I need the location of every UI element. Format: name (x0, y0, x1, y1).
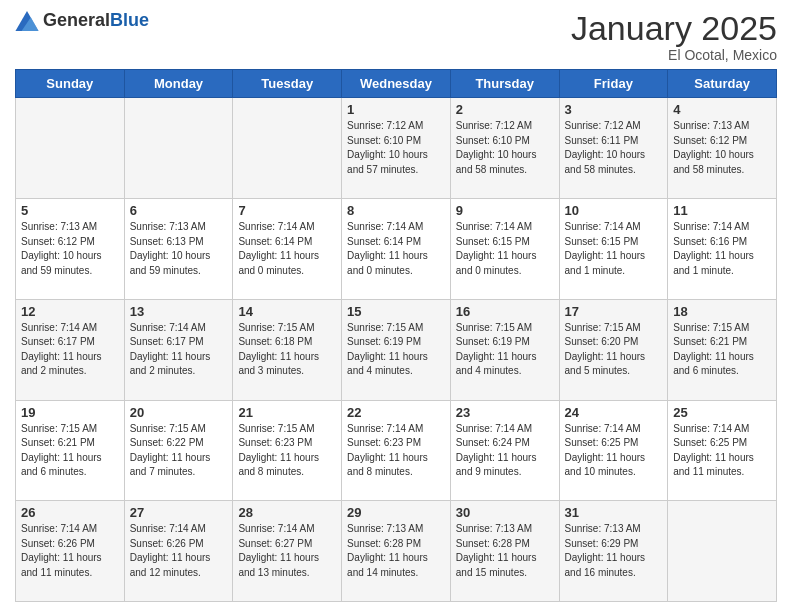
calendar-week-1: 1Sunrise: 7:12 AM Sunset: 6:10 PM Daylig… (16, 98, 777, 199)
day-number: 4 (673, 102, 771, 117)
day-info: Sunrise: 7:14 AM Sunset: 6:27 PM Dayligh… (238, 522, 336, 580)
weekday-header-saturday: Saturday (668, 70, 777, 98)
day-info: Sunrise: 7:14 AM Sunset: 6:14 PM Dayligh… (347, 220, 445, 278)
calendar-cell: 14Sunrise: 7:15 AM Sunset: 6:18 PM Dayli… (233, 299, 342, 400)
day-info: Sunrise: 7:13 AM Sunset: 6:29 PM Dayligh… (565, 522, 663, 580)
day-number: 16 (456, 304, 554, 319)
calendar-cell: 5Sunrise: 7:13 AM Sunset: 6:12 PM Daylig… (16, 199, 125, 300)
header: GeneralBlue January 2025 El Ocotal, Mexi… (15, 10, 777, 63)
weekday-header-row: SundayMondayTuesdayWednesdayThursdayFrid… (16, 70, 777, 98)
weekday-header-monday: Monday (124, 70, 233, 98)
day-number: 21 (238, 405, 336, 420)
location: El Ocotal, Mexico (571, 47, 777, 63)
weekday-header-wednesday: Wednesday (342, 70, 451, 98)
day-number: 22 (347, 405, 445, 420)
day-info: Sunrise: 7:14 AM Sunset: 6:25 PM Dayligh… (565, 422, 663, 480)
calendar-cell: 30Sunrise: 7:13 AM Sunset: 6:28 PM Dayli… (450, 501, 559, 602)
day-info: Sunrise: 7:14 AM Sunset: 6:24 PM Dayligh… (456, 422, 554, 480)
calendar-cell: 2Sunrise: 7:12 AM Sunset: 6:10 PM Daylig… (450, 98, 559, 199)
day-number: 24 (565, 405, 663, 420)
day-number: 6 (130, 203, 228, 218)
header-right: January 2025 El Ocotal, Mexico (571, 10, 777, 63)
weekday-header-friday: Friday (559, 70, 668, 98)
page: GeneralBlue January 2025 El Ocotal, Mexi… (0, 0, 792, 612)
day-info: Sunrise: 7:13 AM Sunset: 6:12 PM Dayligh… (21, 220, 119, 278)
calendar-cell: 29Sunrise: 7:13 AM Sunset: 6:28 PM Dayli… (342, 501, 451, 602)
calendar-cell: 13Sunrise: 7:14 AM Sunset: 6:17 PM Dayli… (124, 299, 233, 400)
day-number: 19 (21, 405, 119, 420)
calendar-cell: 3Sunrise: 7:12 AM Sunset: 6:11 PM Daylig… (559, 98, 668, 199)
day-info: Sunrise: 7:12 AM Sunset: 6:10 PM Dayligh… (456, 119, 554, 177)
calendar-cell: 28Sunrise: 7:14 AM Sunset: 6:27 PM Dayli… (233, 501, 342, 602)
calendar-cell: 27Sunrise: 7:14 AM Sunset: 6:26 PM Dayli… (124, 501, 233, 602)
calendar-cell: 1Sunrise: 7:12 AM Sunset: 6:10 PM Daylig… (342, 98, 451, 199)
calendar-cell: 19Sunrise: 7:15 AM Sunset: 6:21 PM Dayli… (16, 400, 125, 501)
day-number: 10 (565, 203, 663, 218)
calendar-cell: 23Sunrise: 7:14 AM Sunset: 6:24 PM Dayli… (450, 400, 559, 501)
day-info: Sunrise: 7:14 AM Sunset: 6:25 PM Dayligh… (673, 422, 771, 480)
day-info: Sunrise: 7:14 AM Sunset: 6:17 PM Dayligh… (21, 321, 119, 379)
day-info: Sunrise: 7:13 AM Sunset: 6:12 PM Dayligh… (673, 119, 771, 177)
day-info: Sunrise: 7:13 AM Sunset: 6:28 PM Dayligh… (347, 522, 445, 580)
day-number: 11 (673, 203, 771, 218)
day-number: 15 (347, 304, 445, 319)
day-number: 29 (347, 505, 445, 520)
day-info: Sunrise: 7:15 AM Sunset: 6:22 PM Dayligh… (130, 422, 228, 480)
day-number: 17 (565, 304, 663, 319)
logo-icon (15, 11, 39, 31)
day-number: 20 (130, 405, 228, 420)
calendar-week-4: 19Sunrise: 7:15 AM Sunset: 6:21 PM Dayli… (16, 400, 777, 501)
day-number: 31 (565, 505, 663, 520)
calendar-cell: 17Sunrise: 7:15 AM Sunset: 6:20 PM Dayli… (559, 299, 668, 400)
day-number: 8 (347, 203, 445, 218)
day-info: Sunrise: 7:15 AM Sunset: 6:21 PM Dayligh… (673, 321, 771, 379)
day-info: Sunrise: 7:15 AM Sunset: 6:23 PM Dayligh… (238, 422, 336, 480)
day-info: Sunrise: 7:15 AM Sunset: 6:19 PM Dayligh… (347, 321, 445, 379)
weekday-header-tuesday: Tuesday (233, 70, 342, 98)
day-number: 27 (130, 505, 228, 520)
calendar-cell: 25Sunrise: 7:14 AM Sunset: 6:25 PM Dayli… (668, 400, 777, 501)
day-number: 18 (673, 304, 771, 319)
logo-blue: Blue (110, 10, 149, 30)
day-info: Sunrise: 7:13 AM Sunset: 6:13 PM Dayligh… (130, 220, 228, 278)
day-number: 2 (456, 102, 554, 117)
calendar-cell: 12Sunrise: 7:14 AM Sunset: 6:17 PM Dayli… (16, 299, 125, 400)
logo-general: General (43, 10, 110, 30)
calendar-cell: 26Sunrise: 7:14 AM Sunset: 6:26 PM Dayli… (16, 501, 125, 602)
day-info: Sunrise: 7:14 AM Sunset: 6:15 PM Dayligh… (456, 220, 554, 278)
day-number: 28 (238, 505, 336, 520)
day-info: Sunrise: 7:12 AM Sunset: 6:10 PM Dayligh… (347, 119, 445, 177)
calendar-cell: 24Sunrise: 7:14 AM Sunset: 6:25 PM Dayli… (559, 400, 668, 501)
day-number: 9 (456, 203, 554, 218)
calendar-week-3: 12Sunrise: 7:14 AM Sunset: 6:17 PM Dayli… (16, 299, 777, 400)
day-info: Sunrise: 7:15 AM Sunset: 6:21 PM Dayligh… (21, 422, 119, 480)
day-info: Sunrise: 7:14 AM Sunset: 6:14 PM Dayligh… (238, 220, 336, 278)
calendar-cell: 8Sunrise: 7:14 AM Sunset: 6:14 PM Daylig… (342, 199, 451, 300)
weekday-header-sunday: Sunday (16, 70, 125, 98)
weekday-header-thursday: Thursday (450, 70, 559, 98)
day-info: Sunrise: 7:15 AM Sunset: 6:19 PM Dayligh… (456, 321, 554, 379)
calendar-cell (16, 98, 125, 199)
calendar-cell: 21Sunrise: 7:15 AM Sunset: 6:23 PM Dayli… (233, 400, 342, 501)
month-year: January 2025 (571, 10, 777, 47)
calendar-cell: 11Sunrise: 7:14 AM Sunset: 6:16 PM Dayli… (668, 199, 777, 300)
calendar-cell: 10Sunrise: 7:14 AM Sunset: 6:15 PM Dayli… (559, 199, 668, 300)
calendar-cell: 31Sunrise: 7:13 AM Sunset: 6:29 PM Dayli… (559, 501, 668, 602)
day-number: 30 (456, 505, 554, 520)
logo: GeneralBlue (15, 10, 149, 31)
calendar-cell: 6Sunrise: 7:13 AM Sunset: 6:13 PM Daylig… (124, 199, 233, 300)
calendar-cell: 16Sunrise: 7:15 AM Sunset: 6:19 PM Dayli… (450, 299, 559, 400)
day-info: Sunrise: 7:15 AM Sunset: 6:20 PM Dayligh… (565, 321, 663, 379)
day-number: 1 (347, 102, 445, 117)
day-info: Sunrise: 7:14 AM Sunset: 6:16 PM Dayligh… (673, 220, 771, 278)
calendar-cell: 9Sunrise: 7:14 AM Sunset: 6:15 PM Daylig… (450, 199, 559, 300)
day-number: 13 (130, 304, 228, 319)
day-info: Sunrise: 7:14 AM Sunset: 6:26 PM Dayligh… (130, 522, 228, 580)
day-info: Sunrise: 7:14 AM Sunset: 6:23 PM Dayligh… (347, 422, 445, 480)
calendar-cell: 18Sunrise: 7:15 AM Sunset: 6:21 PM Dayli… (668, 299, 777, 400)
calendar-table: SundayMondayTuesdayWednesdayThursdayFrid… (15, 69, 777, 602)
calendar-week-5: 26Sunrise: 7:14 AM Sunset: 6:26 PM Dayli… (16, 501, 777, 602)
day-number: 7 (238, 203, 336, 218)
day-number: 5 (21, 203, 119, 218)
calendar-cell (124, 98, 233, 199)
